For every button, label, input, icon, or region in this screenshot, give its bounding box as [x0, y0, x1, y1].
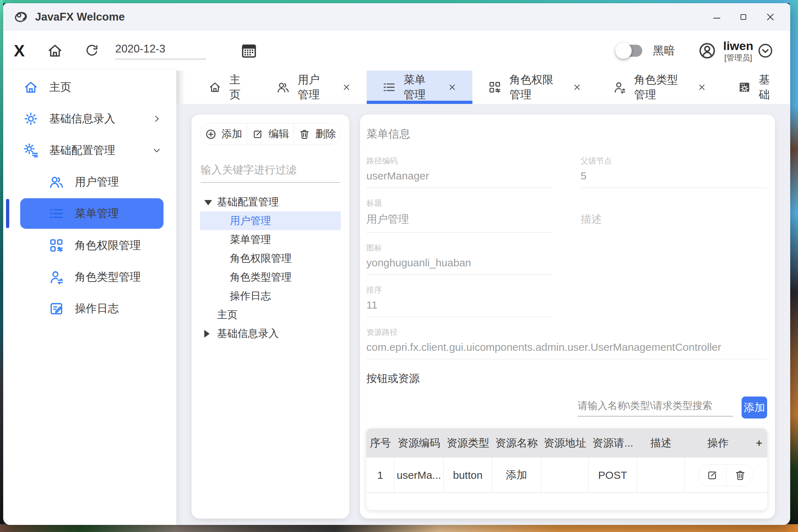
- tab-home[interactable]: 主页: [193, 71, 261, 104]
- delete-button-label: 删除: [315, 127, 336, 141]
- log-icon: [49, 301, 64, 316]
- form-col-left: 路径编码 userManager 标题 用户管理 图标 yonghuguanli…: [366, 156, 553, 327]
- row-edit-button[interactable]: [698, 465, 726, 486]
- app-logo-icon: [13, 9, 29, 25]
- sidebar-item-user-management[interactable]: 用户管理: [3, 166, 176, 198]
- resource-search-input[interactable]: 请输入名称\类型\请求类型搜索: [578, 399, 733, 416]
- grid-icon: [49, 238, 64, 253]
- dark-mode-toggle[interactable]: [619, 45, 642, 57]
- menu-list-icon: [49, 206, 64, 221]
- user-type-icon: [613, 81, 626, 94]
- refresh-button[interactable]: [84, 43, 100, 59]
- form-col-right: 父级节点 5 描述: [581, 156, 767, 327]
- tree-node-label: 菜单管理: [230, 233, 271, 247]
- users-icon: [49, 174, 64, 190]
- sidebar-item-menu-management[interactable]: 菜单管理: [20, 198, 164, 229]
- tree-node-basic-config-management[interactable]: 基础配置管理: [200, 193, 341, 211]
- chevron-right-icon: [152, 114, 161, 123]
- tab-basic[interactable]: 基础: [722, 71, 790, 104]
- avatar-icon[interactable]: [698, 41, 717, 60]
- user-menu-button[interactable]: [757, 42, 774, 59]
- home-button[interactable]: [46, 42, 63, 59]
- calendar-button[interactable]: [240, 42, 258, 60]
- user-name: liwen: [723, 39, 753, 52]
- tree-expander-icon[interactable]: [204, 200, 212, 205]
- tab-menu-management[interactable]: 菜单管理: [367, 71, 473, 104]
- table-cell: POST: [589, 458, 637, 493]
- edit-button-label: 编辑: [268, 127, 289, 141]
- row-action-group: [698, 464, 754, 486]
- home-icon: [23, 79, 39, 95]
- table-header-cell: 描述: [637, 436, 685, 450]
- sidebar-item-basic-config-management[interactable]: 基础配置管理: [3, 134, 176, 166]
- resource-search-row: 请输入名称\类型\请求类型搜索 添加: [366, 397, 767, 419]
- tab-user-management[interactable]: 用户管理: [261, 71, 367, 104]
- tab-role-type-management[interactable]: 角色类型管理: [597, 71, 722, 104]
- menu-tree: 基础配置管理用户管理菜单管理角色权限管理角色类型管理操作日志主页基础信息录入: [200, 193, 341, 343]
- gear-icon: [23, 111, 39, 127]
- maximize-button[interactable]: [738, 12, 748, 22]
- sidebar-item-home[interactable]: 主页: [3, 71, 176, 103]
- tree-expander-icon[interactable]: [204, 330, 210, 338]
- plus-circle-icon: [205, 128, 217, 140]
- icon-input[interactable]: yonghuguanli_huaban: [366, 257, 553, 275]
- row-delete-button[interactable]: [726, 465, 754, 486]
- sidebar-item-label: 主页: [49, 80, 71, 95]
- sidebar-item-operation-log[interactable]: 操作日志: [3, 293, 176, 324]
- parent-node-input[interactable]: 5: [581, 170, 767, 188]
- sidebar-item-role-type-management[interactable]: 角色类型管理: [3, 261, 176, 293]
- resource-path-input[interactable]: com.epri.fx.client.gui.uicomponents.admi…: [366, 341, 767, 359]
- tree-node-user-management[interactable]: 用户管理: [200, 211, 341, 230]
- tab-close-icon[interactable]: [448, 83, 457, 92]
- sort-input[interactable]: 11: [366, 299, 553, 317]
- tree-node-menu-management[interactable]: 菜单管理: [200, 230, 341, 249]
- tab-close-icon[interactable]: [697, 83, 706, 92]
- x-logo[interactable]: X: [14, 41, 39, 60]
- menu-info-panel: 菜单信息 路径编码 userManager 标题 用户管理: [360, 115, 775, 519]
- table-add-column-icon[interactable]: +: [751, 437, 767, 449]
- tree-node-basic-info-entry[interactable]: 基础信息录入: [200, 324, 341, 343]
- tab-close-icon[interactable]: [572, 83, 582, 92]
- path-code-input[interactable]: userManager: [366, 170, 553, 188]
- tree-filter-input[interactable]: 输入关键字进行过滤: [201, 163, 340, 183]
- tree-node-home[interactable]: 主页: [200, 305, 341, 324]
- field-title: 标题 用户管理: [366, 198, 553, 233]
- close-button[interactable]: [765, 11, 776, 23]
- tab-label: 用户管理: [298, 72, 329, 102]
- edit-icon: [706, 469, 718, 481]
- home-icon: [208, 81, 222, 94]
- sidebar-item-label: 基础配置管理: [49, 143, 115, 158]
- tree-node-role-type-management[interactable]: 角色类型管理: [200, 268, 341, 287]
- tree-node-operation-log[interactable]: 操作日志: [200, 287, 341, 305]
- table-cell: button: [444, 458, 492, 493]
- close-icon: [765, 11, 776, 23]
- table-row[interactable]: 1userMa...button添加POST: [366, 458, 767, 493]
- tree-node-label: 角色权限管理: [230, 251, 292, 266]
- table-cell: 添加: [492, 458, 541, 493]
- app-window-icon: [738, 81, 751, 94]
- sidebar-item-label: 基础信息录入: [49, 111, 115, 126]
- sidebar-item-basic-info-entry[interactable]: 基础信息录入: [3, 103, 176, 134]
- tab-label: 角色权限管理: [509, 72, 560, 102]
- users-icon: [276, 81, 290, 94]
- form-title: 菜单信息: [366, 127, 767, 142]
- user-role: [管理员]: [723, 54, 753, 62]
- tree-node-role-permission-management[interactable]: 角色权限管理: [200, 249, 341, 268]
- resource-table: 序号资源编码资源类型资源名称资源地址资源请...描述操作+1userMa...b…: [366, 428, 767, 510]
- date-input[interactable]: 2020-12-3: [115, 43, 206, 59]
- window-controls: [711, 11, 776, 23]
- minimize-button[interactable]: [711, 12, 722, 22]
- desktop-strip-right: [789, 0, 798, 532]
- edit-button[interactable]: 编辑: [247, 123, 294, 145]
- resource-add-button[interactable]: 添加: [742, 397, 767, 419]
- tab-role-permission-management[interactable]: 角色权限管理: [472, 71, 597, 104]
- section-title: 按钮或资源: [366, 371, 767, 386]
- delete-button[interactable]: 删除: [294, 123, 340, 145]
- title-input[interactable]: 用户管理: [366, 212, 553, 233]
- menu-list-icon: [382, 81, 396, 94]
- sidebar-item-role-permission-management[interactable]: 角色权限管理: [3, 229, 176, 261]
- add-button[interactable]: 添加: [200, 123, 247, 145]
- description-input[interactable]: 描述: [581, 212, 767, 227]
- tab-close-icon[interactable]: [342, 83, 351, 92]
- refresh-icon: [84, 43, 100, 59]
